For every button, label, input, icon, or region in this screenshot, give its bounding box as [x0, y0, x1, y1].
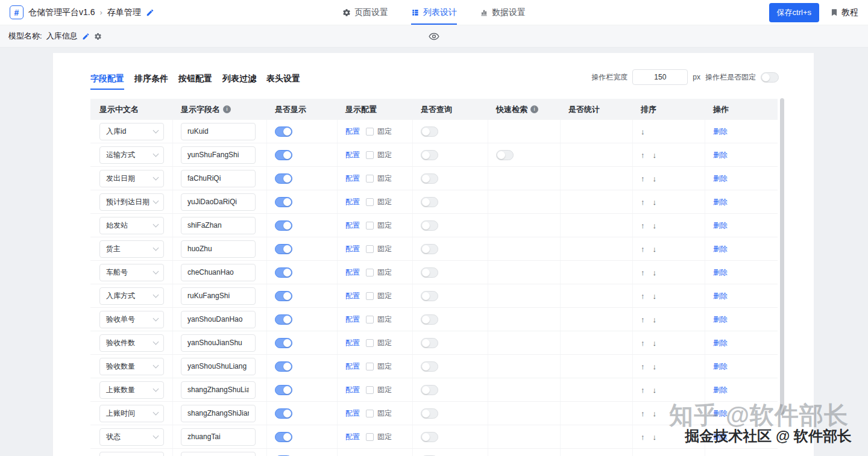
query-toggle[interactable]	[421, 244, 438, 254]
display-name-select[interactable]: 验收数量	[99, 358, 164, 375]
model-settings-gear-icon[interactable]	[94, 33, 102, 40]
show-toggle[interactable]	[275, 385, 292, 395]
show-toggle[interactable]	[275, 408, 292, 419]
show-toggle[interactable]	[275, 126, 292, 137]
sort-up-arrow[interactable]: ↑	[641, 245, 645, 254]
config-link[interactable]: 配置	[345, 338, 360, 348]
query-toggle[interactable]	[421, 126, 438, 137]
delete-link[interactable]: 删除	[713, 173, 728, 184]
config-link[interactable]: 配置	[345, 432, 360, 442]
display-name-select[interactable]: 入库方式	[99, 287, 164, 305]
config-link[interactable]: 配置	[345, 126, 360, 137]
show-toggle[interactable]	[275, 150, 292, 160]
fixed-checkbox[interactable]	[366, 245, 374, 253]
display-name-select[interactable]: 入库id	[99, 123, 164, 140]
config-link[interactable]: 配置	[345, 267, 360, 278]
show-toggle[interactable]	[275, 432, 292, 442]
delete-link[interactable]: 删除	[713, 244, 728, 254]
app-title[interactable]: 仓储管理平台v1.6	[28, 7, 95, 18]
sort-up-arrow[interactable]: ↑	[641, 362, 645, 371]
edit-model-pencil-icon[interactable]	[82, 33, 90, 40]
sort-down-arrow[interactable]: ↓	[653, 409, 657, 418]
edit-title-pencil-icon[interactable]	[146, 8, 154, 17]
field-name-input[interactable]	[181, 405, 256, 422]
fixed-checkbox[interactable]	[366, 292, 374, 300]
sort-up-arrow[interactable]: ↑	[641, 339, 645, 348]
show-toggle[interactable]	[275, 197, 292, 207]
config-link[interactable]: 配置	[345, 291, 360, 301]
sort-down-arrow[interactable]: ↓	[653, 386, 657, 395]
fixed-checkbox[interactable]	[366, 151, 374, 159]
query-toggle[interactable]	[421, 338, 438, 348]
preview-eye-icon[interactable]	[429, 31, 440, 42]
show-toggle[interactable]	[275, 220, 292, 231]
sort-down-arrow[interactable]: ↓	[653, 268, 657, 277]
config-link[interactable]: 配置	[345, 361, 360, 372]
sort-up-arrow[interactable]: ↑	[641, 151, 645, 160]
query-toggle[interactable]	[421, 220, 438, 231]
fixed-checkbox[interactable]	[366, 410, 374, 417]
tab-header-settings[interactable]: 表头设置	[266, 73, 300, 90]
config-link[interactable]: 配置	[345, 385, 360, 395]
field-name-input[interactable]	[181, 428, 256, 446]
config-link[interactable]: 配置	[345, 197, 360, 207]
tutorial-button[interactable]: 教程	[830, 7, 858, 18]
save-button[interactable]: 保存ctrl+s	[769, 3, 819, 22]
show-toggle[interactable]	[275, 173, 292, 184]
sort-up-arrow[interactable]: ↑	[641, 198, 645, 207]
tab-sort-condition[interactable]: 排序条件	[134, 73, 168, 90]
field-name-input[interactable]	[181, 311, 256, 328]
sort-down-arrow[interactable]: ↓	[653, 433, 657, 442]
fixed-checkbox[interactable]	[366, 175, 374, 183]
field-name-input[interactable]	[181, 264, 256, 281]
field-name-input[interactable]	[181, 146, 256, 164]
tab-field-config[interactable]: 字段配置	[90, 73, 124, 90]
sort-down-arrow[interactable]: ↓	[653, 174, 657, 183]
query-toggle[interactable]	[421, 408, 438, 419]
display-name-select[interactable]: 始发站	[99, 217, 164, 234]
delete-link[interactable]: 删除	[713, 361, 728, 372]
field-name-input[interactable]	[181, 193, 256, 211]
field-name-input[interactable]	[181, 452, 256, 456]
sort-down-arrow[interactable]: ↓	[653, 151, 657, 160]
sort-up-arrow[interactable]: ↑	[641, 268, 645, 277]
fixed-checkbox[interactable]	[366, 128, 374, 136]
query-toggle[interactable]	[421, 385, 438, 395]
display-name-select[interactable]: 验收单号	[99, 311, 164, 328]
query-toggle[interactable]	[421, 197, 438, 207]
sort-down-arrow[interactable]: ↓	[653, 221, 657, 230]
config-link[interactable]: 配置	[345, 220, 360, 231]
show-toggle[interactable]	[275, 314, 292, 325]
quick-search-toggle[interactable]	[496, 150, 514, 160]
sort-up-arrow[interactable]: ↑	[641, 433, 645, 442]
display-name-select[interactable]: 预计到达日期	[99, 193, 164, 211]
delete-link[interactable]: 删除	[713, 197, 728, 207]
display-name-select[interactable]: 状态	[99, 428, 164, 446]
fixed-checkbox[interactable]	[366, 363, 374, 370]
field-name-input[interactable]	[181, 381, 256, 399]
fixed-checkbox[interactable]	[366, 316, 374, 323]
display-name-select[interactable]: 车船号	[99, 264, 164, 281]
query-toggle[interactable]	[421, 291, 438, 301]
field-name-input[interactable]	[181, 287, 256, 305]
sort-up-arrow[interactable]: ↑	[641, 386, 645, 395]
sort-up-arrow[interactable]: ↑	[641, 292, 645, 301]
delete-link[interactable]: 删除	[713, 150, 728, 160]
info-icon[interactable]: i	[223, 105, 231, 113]
delete-link[interactable]: 删除	[713, 267, 728, 278]
query-toggle[interactable]	[421, 173, 438, 184]
sort-up-arrow[interactable]: ↑	[641, 315, 645, 324]
info-icon[interactable]: i	[530, 105, 538, 113]
delete-link[interactable]: 删除	[713, 291, 728, 301]
sort-down-arrow[interactable]: ↓	[653, 339, 657, 348]
fixed-checkbox[interactable]	[366, 222, 374, 230]
query-toggle[interactable]	[421, 314, 438, 325]
config-link[interactable]: 配置	[345, 173, 360, 184]
field-name-input[interactable]	[181, 334, 256, 352]
field-name-input[interactable]	[181, 358, 256, 375]
sort-down-arrow[interactable]: ↓	[653, 245, 657, 254]
display-name-select[interactable]: 验收件数	[99, 334, 164, 352]
show-toggle[interactable]	[275, 291, 292, 301]
delete-link[interactable]: 删除	[713, 338, 728, 348]
sort-up-arrow[interactable]: ↑	[641, 221, 645, 230]
